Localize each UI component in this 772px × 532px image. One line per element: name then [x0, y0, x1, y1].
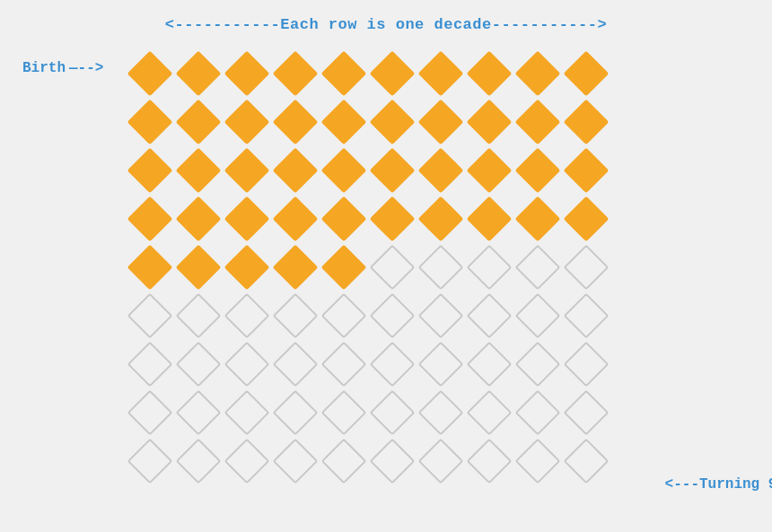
diamond-empty: [370, 293, 416, 339]
diamond-cell: [174, 437, 223, 485]
diamond-filled: [370, 148, 416, 194]
diamond-cell: [562, 388, 610, 437]
diamond-cell: [417, 437, 465, 485]
diamond-empty: [467, 293, 513, 339]
diamond-empty: [418, 245, 464, 291]
diamond-cell: [465, 388, 513, 437]
diamond-empty: [273, 342, 319, 388]
diamond-filled: [127, 196, 173, 242]
diamond-empty: [127, 342, 173, 388]
diamond-cell: [368, 98, 417, 146]
diamond-filled: [467, 148, 513, 194]
diamond-cell: [320, 98, 368, 146]
diamond-cell: [417, 146, 465, 195]
diamond-cell: [223, 98, 271, 146]
diamond-cell: [223, 49, 271, 98]
diamond-filled: [515, 196, 561, 242]
diamond-cell: [271, 437, 320, 485]
diamond-cell: [126, 243, 174, 292]
diamond-cell: [223, 292, 271, 340]
diamond-empty: [515, 439, 561, 484]
diamond-filled: [418, 196, 464, 242]
diamond-filled: [564, 100, 610, 145]
diamond-filled: [418, 100, 464, 145]
diamond-cell: [320, 437, 368, 485]
diamond-cell: [174, 388, 223, 437]
diamond-empty: [370, 390, 416, 436]
diamond-cell: [465, 146, 513, 195]
diamond-cell: [465, 98, 513, 146]
diamond-cell: [126, 146, 174, 195]
diamond-cell: [562, 292, 610, 340]
diamond-empty: [467, 245, 513, 291]
diamond-empty: [370, 439, 416, 484]
diamond-cell: [513, 243, 562, 292]
diamond-cell: [513, 340, 562, 388]
diamond-cell: [368, 292, 417, 340]
diamond-filled: [467, 196, 513, 242]
diamond-cell: [513, 146, 562, 195]
diamond-cell: [417, 340, 465, 388]
diamond-filled: [321, 51, 367, 97]
diamond-empty: [176, 342, 222, 388]
diamond-cell: [174, 340, 223, 388]
diamond-empty: [321, 439, 367, 484]
diamond-cell: [513, 49, 562, 98]
diamond-cell: [320, 292, 368, 340]
diamond-cell: [465, 195, 513, 243]
birth-label: Birth —-->: [22, 60, 103, 76]
diamond-filled: [515, 148, 561, 194]
diamond-filled: [467, 51, 513, 97]
diamond-empty: [127, 439, 173, 484]
diamond-empty: [467, 439, 513, 484]
birth-arrow-text: —-->: [69, 60, 103, 76]
diamond-cell: [368, 195, 417, 243]
diamond-cell: [368, 146, 417, 195]
diamond-filled: [321, 245, 367, 291]
diamond-grid: [126, 49, 646, 485]
diamond-cell: [417, 98, 465, 146]
diamond-filled: [176, 245, 222, 291]
diamond-empty: [564, 390, 610, 436]
diamond-cell: [562, 243, 610, 292]
diamond-cell: [223, 340, 271, 388]
diamond-filled: [176, 148, 222, 194]
diamond-cell: [320, 243, 368, 292]
diamond-filled: [370, 100, 416, 145]
diamond-filled: [224, 100, 270, 145]
diamond-cell: [223, 388, 271, 437]
diamond-empty: [176, 293, 222, 339]
diamond-cell: [513, 388, 562, 437]
turning-label: <---Turning 90: [665, 476, 772, 493]
diamond-cell: [513, 195, 562, 243]
diamond-empty: [418, 342, 464, 388]
diamond-empty: [370, 245, 416, 291]
diamond-filled: [467, 100, 513, 145]
diamond-cell: [174, 49, 223, 98]
diamond-filled: [224, 196, 270, 242]
diamond-filled: [127, 100, 173, 145]
diamond-filled: [564, 148, 610, 194]
diamond-cell: [320, 195, 368, 243]
diamond-filled: [321, 148, 367, 194]
diamond-filled: [273, 196, 319, 242]
diamond-cell: [223, 195, 271, 243]
diamond-cell: [562, 49, 610, 98]
diamond-empty: [224, 439, 270, 484]
diamond-cell: [174, 146, 223, 195]
diamond-empty: [564, 245, 610, 291]
diamond-empty: [467, 390, 513, 436]
diamond-cell: [417, 195, 465, 243]
diamond-filled: [127, 245, 173, 291]
diamond-cell: [271, 340, 320, 388]
diamond-cell: [174, 292, 223, 340]
diamond-cell: [368, 388, 417, 437]
diamond-cell: [562, 146, 610, 195]
diamond-cell: [562, 98, 610, 146]
diamond-cell: [368, 49, 417, 98]
diamond-empty: [515, 342, 561, 388]
diamond-filled: [273, 100, 319, 145]
diamond-cell: [465, 49, 513, 98]
diamond-cell: [513, 98, 562, 146]
diamond-filled: [273, 148, 319, 194]
